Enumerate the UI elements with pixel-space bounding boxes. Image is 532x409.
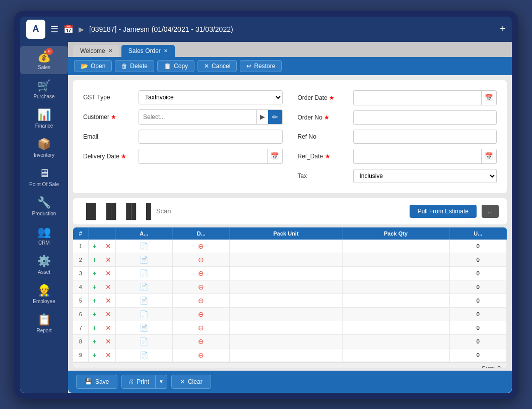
scan-input[interactable] xyxy=(156,204,405,219)
sidebar-item-report[interactable]: 📋 Report xyxy=(20,309,68,337)
delete-button[interactable]: 🗑 Delete xyxy=(115,60,154,72)
delete-row-button[interactable]: ✕ xyxy=(105,297,111,305)
document-icon[interactable]: 📄 xyxy=(140,242,148,250)
pull-from-estimate-button[interactable]: Pull From Estimate xyxy=(410,205,477,218)
sidebar-item-finance[interactable]: 📊 Finance xyxy=(20,104,68,133)
order-date-row: Order Date ★ 23/06/2021 📅 xyxy=(298,90,497,105)
row-add-cell: + xyxy=(88,334,101,348)
copy-button[interactable]: 📋 Copy xyxy=(157,60,194,72)
scan-area: ▐▌▐▌▐▌▐ Pull From Estimate ... xyxy=(73,198,507,224)
cancel-button[interactable]: ✕ Cancel xyxy=(197,60,237,72)
delete-circle-button[interactable]: ⊖ xyxy=(198,324,204,332)
delete-row-button[interactable]: ✕ xyxy=(105,242,111,250)
clear-button[interactable]: ✕ Clear xyxy=(171,375,211,389)
print-dropdown-button[interactable]: ▼ xyxy=(155,375,167,389)
ref-date-input[interactable]: 23/06/2021 xyxy=(354,149,482,163)
delete-circle-button[interactable]: ⊖ xyxy=(198,242,204,250)
sidebar-item-sales[interactable]: 💰 8 Sales xyxy=(20,46,68,74)
add-row-button[interactable]: + xyxy=(93,269,97,277)
delivery-date-calendar-button[interactable]: 📅 xyxy=(267,149,282,163)
add-tab-button[interactable]: + xyxy=(500,23,506,35)
table-row: 8 + ✕ 📄 ⊖ 0 xyxy=(73,334,507,348)
add-row-button[interactable]: + xyxy=(93,324,97,332)
restore-button[interactable]: ↩ Restore xyxy=(240,60,282,72)
delete-row-button[interactable]: ✕ xyxy=(105,351,111,359)
sidebar-item-inventory[interactable]: 📦 Inventory xyxy=(20,134,68,162)
more-options-button[interactable]: ... xyxy=(482,205,499,218)
sidebar-item-crm[interactable]: 👥 CRM xyxy=(20,221,68,250)
delete-circle-button[interactable]: ⊖ xyxy=(198,256,204,264)
delete-row-button[interactable]: ✕ xyxy=(105,256,111,264)
crm-icon: 👥 xyxy=(37,225,51,239)
row-a-cell: 📄 xyxy=(115,294,172,307)
customer-row: Customer ★ ▶ ✏ xyxy=(83,109,283,125)
order-no-input[interactable]: 00001 xyxy=(353,110,497,125)
add-row-button[interactable]: + xyxy=(93,351,97,359)
bottom-bar: 💾 Save 🖨 Print ▼ ✕ Clear xyxy=(68,371,512,393)
delete-circle-button[interactable]: ⊖ xyxy=(198,310,204,318)
add-row-button[interactable]: + xyxy=(93,283,97,291)
document-icon[interactable]: 📄 xyxy=(140,283,148,291)
delete-circle-button[interactable]: ⊖ xyxy=(198,351,204,359)
hamburger-icon[interactable]: ☰ xyxy=(50,24,58,35)
document-icon[interactable]: 📄 xyxy=(140,324,148,332)
delete-row-button[interactable]: ✕ xyxy=(105,310,111,318)
customer-edit-button[interactable]: ✏ xyxy=(268,110,282,124)
sidebar-item-pos[interactable]: 🖥 Point Of Sale xyxy=(20,163,68,191)
document-icon[interactable]: 📄 xyxy=(140,337,148,345)
add-row-button[interactable]: + xyxy=(93,297,97,305)
delete-circle-button[interactable]: ⊖ xyxy=(198,269,204,277)
sidebar-item-employee[interactable]: 👷 Employee xyxy=(20,280,68,308)
document-icon[interactable]: 📄 xyxy=(140,269,148,277)
gst-type-row: GST Type TaxInvoice xyxy=(83,90,283,104)
document-icon[interactable]: 📄 xyxy=(140,256,148,264)
row-del-cell: ✕ xyxy=(101,240,115,253)
sidebar-item-purchase[interactable]: 🛒 Purchase xyxy=(20,75,68,103)
tax-label: Tax xyxy=(298,172,348,180)
customer-input[interactable] xyxy=(139,110,256,124)
tab-sales-order[interactable]: Sales Order ✕ xyxy=(121,45,175,57)
row-d-cell: ⊖ xyxy=(173,307,230,321)
top-bar: A ☰ 📅 ▶ [039187] - Jamesm (01/04/2021 - … xyxy=(20,17,512,42)
document-icon[interactable]: 📄 xyxy=(140,297,148,305)
row-pack-unit xyxy=(230,334,342,348)
tab-welcome[interactable]: Welcome ✕ xyxy=(73,45,119,57)
email-input[interactable] xyxy=(139,130,283,144)
add-row-button[interactable]: + xyxy=(93,337,97,345)
document-icon[interactable]: 📄 xyxy=(140,310,148,318)
order-date-calendar-button[interactable]: 📅 xyxy=(481,91,496,105)
add-row-button[interactable]: + xyxy=(93,242,97,250)
row-pack-unit xyxy=(230,294,342,307)
delete-row-button[interactable]: ✕ xyxy=(105,283,111,291)
print-button[interactable]: 🖨 Print xyxy=(121,375,156,389)
row-pack-qty xyxy=(342,307,449,321)
sidebar-label-pos: Point Of Sale xyxy=(29,182,59,187)
delete-circle-button[interactable]: ⊖ xyxy=(198,297,204,305)
close-sales-order-tab[interactable]: ✕ xyxy=(164,48,168,53)
delete-row-button[interactable]: ✕ xyxy=(105,269,111,277)
ref-no-input[interactable] xyxy=(353,130,497,144)
delete-row-button[interactable]: ✕ xyxy=(105,324,111,332)
app-logo[interactable]: A xyxy=(26,20,45,39)
delete-row-button[interactable]: ✕ xyxy=(105,337,111,345)
close-welcome-tab[interactable]: ✕ xyxy=(108,48,112,53)
add-row-button[interactable]: + xyxy=(93,310,97,318)
tax-select[interactable]: Inclusive Exclusive None xyxy=(353,169,497,183)
delete-circle-button[interactable]: ⊖ xyxy=(198,283,204,291)
document-icon[interactable]: 📄 xyxy=(140,351,148,359)
customer-arrow-button[interactable]: ▶ xyxy=(256,110,268,124)
ref-date-calendar-button[interactable]: 📅 xyxy=(481,149,496,163)
table-area: # A... D... Pack Unit Pack Qty U... 1 + xyxy=(73,227,507,368)
delete-circle-button[interactable]: ⊖ xyxy=(198,337,204,345)
order-date-input[interactable]: 23/06/2021 xyxy=(354,91,482,105)
delivery-date-label: Delivery Date ★ xyxy=(83,153,134,160)
open-button[interactable]: 📂 Open xyxy=(74,60,112,72)
row-add-cell: + xyxy=(88,348,101,362)
gst-type-select[interactable]: TaxInvoice xyxy=(139,90,283,104)
save-button[interactable]: 💾 Save xyxy=(76,375,117,389)
add-row-button[interactable]: + xyxy=(93,256,97,264)
sidebar-item-production[interactable]: 🔧 Production xyxy=(20,192,68,220)
delivery-date-input[interactable]: 23/06/2021 xyxy=(139,149,267,163)
calendar-icon[interactable]: 📅 xyxy=(63,24,74,34)
sidebar-item-asset[interactable]: ⚙️ Asset xyxy=(20,251,68,279)
